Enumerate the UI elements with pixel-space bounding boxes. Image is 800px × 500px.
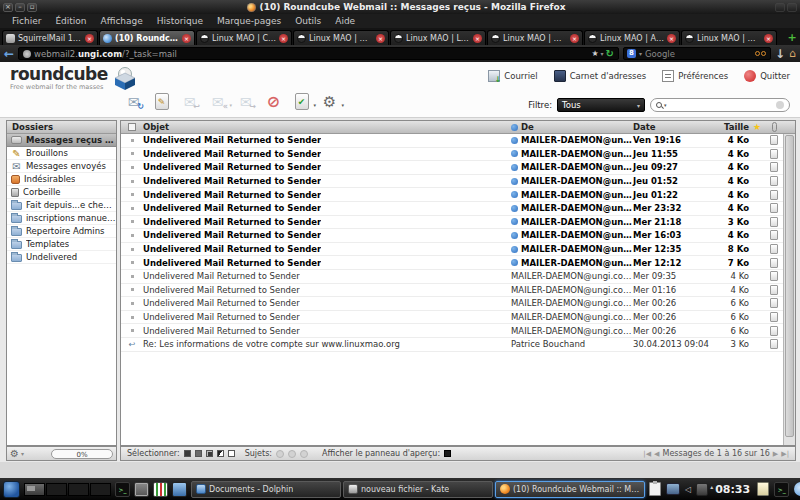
reply-all-button[interactable]: ✉« ▾: [206, 90, 229, 113]
message-row[interactable]: ↩ Undelivered Mail Returned to Sender MA…: [121, 311, 783, 325]
column-flag[interactable]: ★: [749, 122, 765, 132]
menu-item[interactable]: Aide: [329, 16, 361, 26]
select-unread-icon[interactable]: [206, 450, 213, 457]
browser-tab[interactable]: SquirrelMail 1.4.... ×: [2, 30, 98, 45]
reload-icon[interactable]: ↻: [606, 48, 614, 59]
pager-desktop-4[interactable]: [90, 483, 111, 496]
browser-tab[interactable]: (10) Roundcube ... ×: [99, 30, 195, 45]
folder-item[interactable]: Messages reçus (10): [7, 134, 116, 147]
tab-close-icon[interactable]: ×: [279, 34, 288, 43]
search-options-icon[interactable]: ▾: [664, 102, 667, 108]
tray-expand-icon[interactable]: ◁: [685, 485, 691, 494]
display-launcher-icon[interactable]: [172, 482, 187, 497]
browser-tab[interactable]: Linux MAO | Org... ×: [681, 30, 777, 45]
message-row[interactable]: ↩ Undelivered Mail Returned to Sender MA…: [121, 188, 783, 202]
select-none-icon[interactable]: [228, 450, 235, 457]
app-launcher-icon[interactable]: [3, 481, 20, 498]
message-row[interactable]: ↩ Undelivered Mail Returned to Sender MA…: [121, 284, 783, 298]
menu-item[interactable]: Historique: [151, 16, 209, 26]
folder-item[interactable]: Corbeille: [7, 186, 116, 199]
tab-close-icon[interactable]: ×: [667, 34, 676, 43]
back-button[interactable]: ←: [4, 48, 14, 60]
message-row[interactable]: ↩ Undelivered Mail Returned to Sender MA…: [121, 270, 783, 284]
downloads-icon[interactable]: ↓: [775, 47, 785, 61]
scrollbar-thumb[interactable]: [785, 135, 794, 437]
message-row[interactable]: ↩ Undelivered Mail Returned to Sender MA…: [121, 229, 783, 243]
folder-actions-gear-icon[interactable]: ⚙: [10, 448, 19, 459]
pager-desktop-2[interactable]: [46, 483, 67, 496]
mark-dropdown-icon[interactable]: ▾: [313, 102, 316, 108]
column-size[interactable]: Taille: [709, 122, 749, 132]
check-mail-button[interactable]: ✉↻: [122, 90, 145, 113]
column-subject[interactable]: Objet: [143, 122, 511, 132]
message-row[interactable]: ↩ Undelivered Mail Returned to Sender MA…: [121, 297, 783, 311]
window-maximize-button[interactable]: ▫: [27, 3, 37, 12]
search-clear-icon[interactable]: [776, 101, 784, 109]
mail-search-input[interactable]: [669, 101, 774, 110]
browser-search-bar[interactable]: 8 ▾ Google: [623, 47, 771, 60]
roundcube-nav-button[interactable]: Préférences: [662, 70, 728, 82]
select-column-icon[interactable]: [128, 123, 136, 131]
message-row[interactable]: ↩ Undelivered Mail Returned to Sender MA…: [121, 175, 783, 189]
search-engine-dropdown-icon[interactable]: ▾: [639, 50, 642, 57]
menu-item[interactable]: Affichage: [95, 16, 149, 26]
mark-messages-button[interactable]: ✔ ▾: [290, 90, 313, 113]
google-engine-icon[interactable]: 8: [627, 49, 636, 58]
taskbar-clock[interactable]: 08:33: [713, 483, 752, 496]
window-keep-above-button[interactable]: [775, 3, 785, 12]
browser-tab[interactable]: Linux MAO | Am... ×: [584, 30, 680, 45]
tab-close-icon[interactable]: ×: [182, 34, 191, 43]
notes-tray-icon[interactable]: [757, 482, 769, 496]
forward-button[interactable]: ✉↪: [234, 90, 257, 113]
site-identity-icon[interactable]: [23, 50, 31, 58]
folder-item[interactable]: Indésirables: [7, 173, 116, 186]
tab-close-icon[interactable]: ×: [473, 34, 482, 43]
folder-item[interactable]: Brouillons: [7, 147, 116, 160]
column-attachment[interactable]: [765, 122, 783, 132]
terminal-launcher-icon[interactable]: >_: [115, 482, 130, 497]
window-menu-button[interactable]: [787, 3, 797, 12]
first-page-icon[interactable]: |◀: [643, 450, 651, 458]
audio-app-launcher-icon[interactable]: [153, 482, 168, 497]
pager-desktop-1[interactable]: [24, 483, 45, 496]
taskbar-task-button[interactable]: nouveau fichier - Kate: [343, 481, 493, 498]
bookmark-star-icon[interactable]: ★: [591, 49, 598, 58]
edge-app-icon[interactable]: [794, 482, 800, 496]
new-tab-button[interactable]: +: [784, 31, 800, 45]
preview-pane-checkbox[interactable]: [444, 450, 451, 457]
select-invert-icon[interactable]: [217, 450, 224, 457]
mail-search-box[interactable]: ▾: [650, 98, 790, 112]
options-dropdown-icon[interactable]: ▾: [341, 102, 344, 108]
screen-tray-icon[interactable]: [666, 483, 680, 495]
message-row[interactable]: ↩ Undelivered Mail Returned to Sender MA…: [121, 134, 783, 148]
roundcube-nav-button[interactable]: Carnet d'adresses: [554, 70, 647, 82]
url-bar[interactable]: webmail2.ungi.com/?_task=mail ★ ▾ ↻: [18, 47, 619, 60]
window-minimize-button[interactable]: –: [15, 3, 25, 12]
message-row[interactable]: ↩ Undelivered Mail Returned to Sender MA…: [121, 202, 783, 216]
message-row[interactable]: ↩ Undelivered Mail Returned to Sender MA…: [121, 161, 783, 175]
device-notifier-icon[interactable]: [696, 483, 708, 496]
select-current-page-icon[interactable]: [195, 450, 202, 457]
browser-tab[interactable]: Linux MAO | Mail... ×: [487, 30, 583, 45]
message-row[interactable]: ↩ Undelivered Mail Returned to Sender MA…: [121, 256, 783, 270]
message-row[interactable]: ↩ Undelivered Mail Returned to Sender MA…: [121, 216, 783, 230]
browser-tab[interactable]: Linux MAO | Noti... ×: [293, 30, 389, 45]
message-row[interactable]: ↩ Undelivered Mail Returned to Sender MA…: [121, 243, 783, 257]
mixer-launcher-icon[interactable]: [134, 482, 149, 497]
folder-item[interactable]: Fait depuis...e chez ungi: [7, 199, 116, 212]
last-page-icon[interactable]: ▶|: [781, 450, 789, 458]
message-row[interactable]: ↩ Undelivered Mail Returned to Sender MA…: [121, 324, 783, 338]
message-row[interactable]: ↩ Undelivered Mail Returned to Sender MA…: [121, 148, 783, 162]
folder-item[interactable]: Undelivered: [7, 251, 116, 264]
roundcube-nav-button[interactable]: Quitter: [744, 70, 790, 82]
next-page-icon[interactable]: ▶: [773, 450, 778, 458]
roundcube-nav-button[interactable]: Courriel: [488, 70, 537, 82]
delete-button[interactable]: ⊘: [262, 90, 285, 113]
thread-collapse-icon[interactable]: [300, 450, 308, 458]
list-scrollbar[interactable]: [783, 134, 795, 445]
prev-page-icon[interactable]: ◀: [654, 450, 659, 458]
thread-expand-unread-icon[interactable]: [288, 450, 296, 458]
thread-expand-icon[interactable]: [276, 450, 284, 458]
menu-item[interactable]: Édition: [49, 16, 92, 26]
taskbar-task-button[interactable]: Documents - Dolphin: [191, 481, 341, 498]
